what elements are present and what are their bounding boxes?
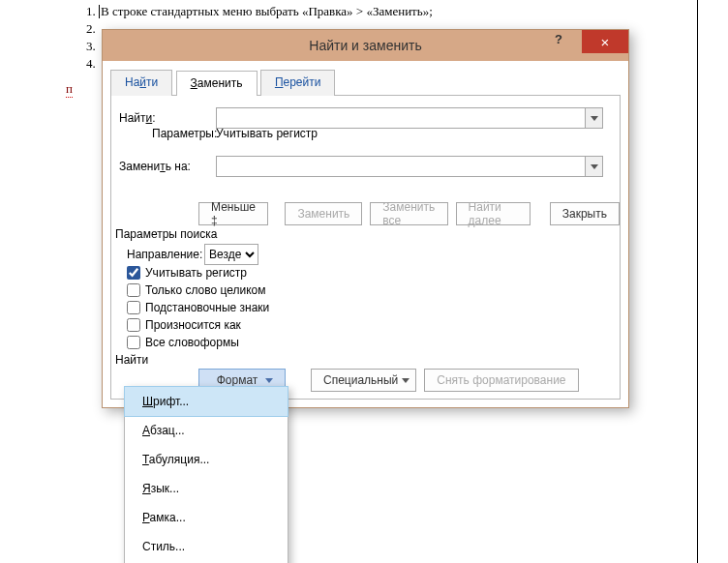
- search-options-title: Параметры поиска: [115, 227, 217, 241]
- replace-all-button[interactable]: Заменить все: [370, 202, 447, 225]
- menu-item-font[interactable]: Шрифт...: [125, 387, 288, 416]
- word-forms-checkbox[interactable]: Все словоформы: [127, 336, 239, 349]
- chevron-down-icon: [402, 378, 410, 383]
- checkbox-label: Учитывать регистр: [145, 266, 247, 280]
- checkbox-label: Произносится как: [145, 318, 241, 332]
- dialog-tabs: Найти Заменить Перейти: [110, 69, 621, 96]
- options-value: Учитывать регистр: [216, 127, 318, 140]
- list-item-text: В строке стандартных меню выбрать «Правк…: [101, 4, 433, 18]
- close-button[interactable]: ×: [582, 30, 628, 53]
- paragraph-mark: п: [66, 81, 73, 98]
- direction-label: Направление:: [127, 248, 204, 261]
- menu-item-style[interactable]: Стиль...: [125, 532, 288, 561]
- replace-button[interactable]: Заменить: [285, 202, 362, 225]
- menu-item-language[interactable]: Язык...: [125, 474, 288, 503]
- whole-word-input[interactable]: [127, 283, 140, 297]
- find-next-button[interactable]: Найти далее: [456, 202, 531, 225]
- find-replace-dialog: Найти и заменить ? × Найти Заменить Пере…: [102, 29, 629, 408]
- sounds-like-input[interactable]: [127, 318, 140, 332]
- list-item: В строке стандартных меню выбрать «Правк…: [99, 4, 433, 19]
- checkbox-label: Подстановочные знаки: [145, 301, 269, 314]
- wildcards-checkbox[interactable]: Подстановочные знаки: [127, 301, 269, 314]
- no-formatting-button[interactable]: Снять форматирование: [424, 369, 578, 392]
- less-button[interactable]: Меньше ‡: [198, 202, 268, 225]
- special-button[interactable]: Специальный: [311, 369, 416, 392]
- menu-item-frame[interactable]: Рамка...: [125, 503, 288, 532]
- find-dropdown-button[interactable]: [585, 108, 602, 128]
- help-button[interactable]: ?: [539, 30, 578, 53]
- match-case-input[interactable]: [127, 266, 140, 280]
- whole-word-checkbox[interactable]: Только слово целиком: [127, 283, 266, 297]
- dialog-titlebar[interactable]: Найти и заменить ? ×: [103, 30, 628, 61]
- tab-find[interactable]: Найти: [110, 70, 172, 96]
- sounds-like-checkbox[interactable]: Произносится как: [127, 318, 241, 332]
- replace-with-label: Заменить на:: [119, 160, 216, 173]
- direction-select[interactable]: Везде: [204, 244, 258, 265]
- options-label: Параметры:: [152, 127, 216, 140]
- menu-item-tabs[interactable]: Табуляция...: [125, 445, 288, 474]
- word-forms-input[interactable]: [127, 336, 140, 349]
- checkbox-label: Только слово целиком: [145, 283, 266, 297]
- page-right-edge: [697, 0, 728, 563]
- find-section-label: Найти: [115, 353, 148, 367]
- checkbox-label: Все словоформы: [145, 336, 239, 349]
- close-dialog-button[interactable]: Закрыть: [550, 202, 620, 225]
- tab-replace[interactable]: Заменить: [176, 71, 258, 97]
- replace-dropdown-button[interactable]: [585, 157, 602, 176]
- chevron-down-icon: [265, 378, 273, 383]
- main-button-row: Меньше ‡ Заменить Заменить все Найти дал…: [198, 202, 620, 225]
- match-case-checkbox[interactable]: Учитывать регистр: [127, 266, 247, 280]
- chevron-down-icon: [591, 116, 598, 121]
- replace-with-input[interactable]: [216, 156, 603, 177]
- dialog-panel: Найти: Параметры: Учитывать регистр Заме…: [110, 96, 621, 400]
- menu-item-paragraph[interactable]: Абзац...: [125, 416, 288, 445]
- tab-goto[interactable]: Перейти: [260, 70, 336, 96]
- chevron-down-icon: [591, 164, 598, 169]
- format-menu: Шрифт... Абзац... Табуляция... Язык... Р…: [124, 386, 288, 563]
- find-input[interactable]: [216, 107, 603, 129]
- find-label: Найти:: [119, 111, 216, 125]
- wildcards-input[interactable]: [127, 301, 140, 314]
